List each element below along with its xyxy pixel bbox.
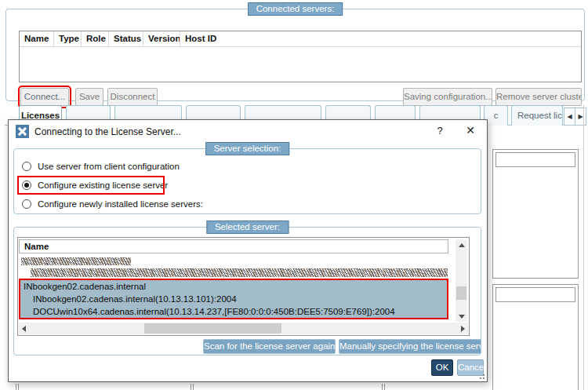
radio-icon[interactable] [22, 199, 31, 209]
server-selection-label: Server selection: [205, 142, 290, 155]
scroll-right-icon[interactable] [458, 323, 468, 334]
list-item-server-node[interactable]: INbookgen02.cadenas.internal(10.13.13.10… [20, 293, 447, 305]
connected-servers-table-header: Name Type Role Status Version Host ID [20, 31, 581, 47]
radio-label: Configure newly installed license server… [38, 199, 203, 209]
background-line [382, 384, 383, 390]
server-selection-group: Server selection: Use server from client… [13, 148, 481, 214]
radio-configure-existing-server[interactable]: Configure existing license server [22, 179, 168, 191]
radio-icon[interactable] [22, 162, 31, 171]
column-version: Version [143, 31, 180, 46]
background-panel-top-header [495, 152, 575, 167]
ok-button[interactable]: OK [431, 359, 453, 376]
connect-license-server-dialog: Connecting to the License Server... ? ✕ … [8, 119, 488, 382]
radio-selected-icon[interactable] [22, 180, 31, 190]
disconnect-button[interactable]: Disconnect [107, 88, 158, 106]
radio-label: Configure existing license server [38, 180, 168, 190]
list-item-server-cluster[interactable]: INbookgen02.cadenas.internal [20, 280, 447, 293]
background-panel-bottom-header [495, 287, 575, 302]
server-list-name-header: Name [19, 239, 448, 253]
column-role: Role [82, 31, 109, 46]
help-button[interactable]: ? [434, 125, 446, 137]
background-line [193, 384, 194, 390]
column-type: Type [54, 31, 82, 46]
radio-use-client-configuration[interactable]: Use server from client configuration [22, 160, 180, 173]
background-line [16, 384, 16, 390]
save-button[interactable]: Save [75, 88, 103, 106]
obfuscated-row[interactable] [21, 257, 131, 265]
horizontal-scrollbar[interactable] [19, 323, 468, 334]
tab-scroll-left-icon[interactable]: ◀ [564, 108, 575, 126]
horizontal-scrollbar-thumb[interactable] [144, 323, 281, 334]
background-line [18, 384, 19, 390]
connected-servers-label: Connected servers: [248, 2, 343, 16]
content-right-border [583, 105, 584, 390]
background-panel-top [492, 149, 579, 279]
saving-configuration-button[interactable]: Saving configuration... [403, 88, 492, 106]
column-name: Name [20, 31, 54, 46]
manually-specify-button[interactable]: Manually specifying the license server..… [339, 339, 481, 354]
app-window: Connected servers: Name Type Role Status… [0, 0, 588, 390]
vertical-scrollbar[interactable] [456, 239, 467, 322]
background-line [191, 384, 191, 390]
selected-server-label: Selected server: [206, 221, 289, 234]
connect-button[interactable]: Connect... [20, 88, 69, 106]
selected-server-group: Selected server: Name INbookgen02.cadena… [13, 227, 481, 355]
tab-request-licenses[interactable]: Request lice [511, 105, 563, 126]
scroll-left-icon[interactable] [19, 323, 29, 334]
remove-server-cluster-button[interactable]: Remove server cluster [495, 88, 582, 106]
obfuscated-row[interactable] [31, 268, 448, 277]
background-line [384, 384, 385, 390]
radio-configure-new-servers[interactable]: Configure newly installed license server… [22, 198, 203, 210]
scan-again-button[interactable]: Scan for the license server again [203, 339, 336, 354]
selected-server-rows: INbookgen02.cadenas.internal INbookgen02… [19, 279, 448, 319]
connected-servers-table: Name Type Role Status Version Host ID [19, 31, 582, 82]
column-status: Status [109, 31, 143, 46]
list-item-server-node[interactable]: DOCUwin10x64.cadenas.internal(10.13.14.2… [20, 305, 447, 318]
scroll-up-icon[interactable] [456, 239, 467, 250]
server-list: Name INbookgen02.cadenas.internal INbook… [17, 237, 470, 336]
background-panel-bottom [492, 284, 579, 390]
resize-grip[interactable] [478, 373, 485, 379]
connected-servers-group: Connected servers: Name Type Role Status… [5, 9, 585, 101]
close-icon[interactable]: ✕ [464, 124, 477, 137]
scroll-down-icon[interactable] [456, 311, 467, 322]
column-host-id: Host ID [180, 31, 581, 46]
tab-scroll-right-icon[interactable]: ▶ [575, 108, 586, 126]
radio-label: Use server from client configuration [38, 162, 180, 171]
tools-icon [16, 125, 29, 138]
dialog-title: Connecting to the License Server... [34, 126, 181, 137]
vertical-scrollbar-thumb[interactable] [456, 286, 466, 300]
